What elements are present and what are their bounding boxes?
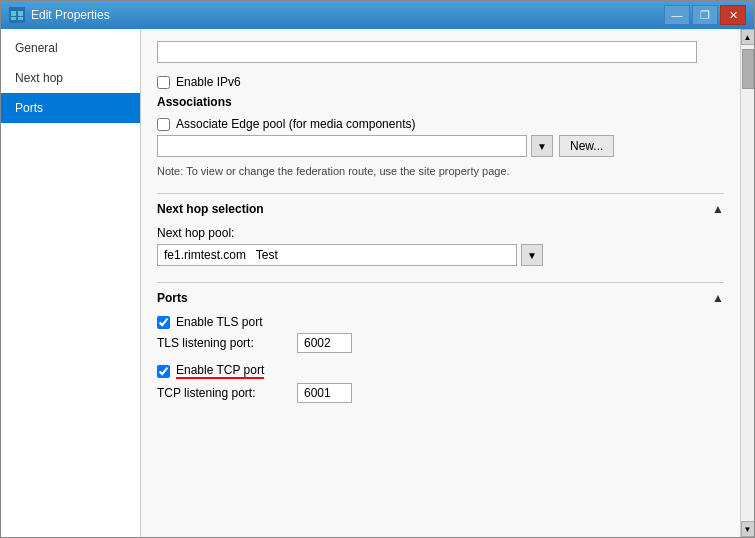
next-hop-collapse-arrow[interactable]: ▲	[712, 202, 724, 216]
associations-dropdown-row: ▼ New...	[157, 135, 724, 157]
dropdown-container: ▼	[157, 135, 553, 157]
sidebar-item-next-hop[interactable]: Next hop	[1, 63, 140, 93]
top-input-field[interactable]	[157, 41, 697, 63]
scrollbar-up-button[interactable]: ▲	[741, 29, 755, 45]
hop-pool-dropdown-arrow[interactable]: ▼	[521, 244, 543, 266]
tcp-enable-checkbox[interactable]	[157, 365, 170, 378]
tcp-enable-text: Enable TCP port	[176, 363, 264, 379]
sidebar-item-general[interactable]: General	[1, 33, 140, 63]
svg-rect-1	[11, 11, 16, 16]
next-hop-pool-input[interactable]	[157, 244, 517, 266]
tls-enable-row: Enable TLS port	[157, 315, 724, 329]
ports-header-label: Ports	[157, 291, 188, 305]
tls-port-label: TLS listening port:	[157, 336, 297, 350]
scrollbar-down-button[interactable]: ▼	[741, 521, 755, 537]
tls-port-row: TLS listening port:	[157, 333, 724, 353]
tcp-port-label: TCP listening port:	[157, 386, 297, 400]
window-body: General Next hop Ports Enable IPv6	[1, 29, 754, 537]
next-hop-header-label: Next hop selection	[157, 202, 264, 216]
association-dropdown[interactable]	[157, 135, 527, 157]
edit-properties-window: Edit Properties — ❐ ✕ General Next hop P…	[0, 0, 755, 538]
tls-enable-label[interactable]: Enable TLS port	[157, 315, 263, 329]
scrollbar-thumb[interactable]	[742, 49, 754, 89]
sidebar-item-ports[interactable]: Ports	[1, 93, 140, 123]
sidebar: General Next hop Ports	[1, 29, 141, 537]
tcp-port-row: TCP listening port:	[157, 383, 724, 403]
tcp-enable-row: Enable TCP port	[157, 363, 724, 379]
new-button[interactable]: New...	[559, 135, 614, 157]
minimize-button[interactable]: —	[664, 5, 690, 25]
svg-rect-2	[18, 11, 23, 16]
enable-ipv6-label[interactable]: Enable IPv6	[157, 75, 241, 89]
next-hop-pool-row: ▼	[157, 244, 724, 266]
top-input-row	[157, 41, 724, 63]
app-icon	[9, 7, 25, 23]
title-bar: Edit Properties — ❐ ✕	[1, 1, 754, 29]
edge-pool-row: Associate Edge pool (for media component…	[157, 117, 724, 131]
ports-collapse-arrow[interactable]: ▲	[712, 291, 724, 305]
enable-ipv6-checkbox[interactable]	[157, 76, 170, 89]
next-hop-section-header: Next hop selection ▲	[157, 193, 724, 216]
window-title: Edit Properties	[31, 8, 110, 22]
svg-rect-3	[11, 17, 16, 20]
restore-button[interactable]: ❐	[692, 5, 718, 25]
next-hop-pool-label: Next hop pool:	[157, 226, 724, 240]
title-bar-buttons: — ❐ ✕	[664, 5, 746, 25]
associations-header: Associations	[157, 95, 724, 109]
edge-pool-checkbox[interactable]	[157, 118, 170, 131]
dropdown-arrow-icon[interactable]: ▼	[531, 135, 553, 157]
tcp-port-input[interactable]	[297, 383, 352, 403]
title-bar-left: Edit Properties	[9, 7, 110, 23]
close-button[interactable]: ✕	[720, 5, 746, 25]
tcp-enable-label[interactable]: Enable TCP port	[157, 363, 264, 379]
tls-enable-checkbox[interactable]	[157, 316, 170, 329]
edge-pool-label[interactable]: Associate Edge pool (for media component…	[157, 117, 415, 131]
svg-rect-4	[18, 17, 23, 20]
ports-section-header: Ports ▲	[157, 282, 724, 305]
main-content: Enable IPv6 Associations Associate Edge …	[141, 29, 740, 537]
tls-port-input[interactable]	[297, 333, 352, 353]
enable-ipv6-row: Enable IPv6	[157, 75, 724, 89]
scrollbar-track: ▲ ▼	[740, 29, 754, 537]
associations-note: Note: To view or change the federation r…	[157, 165, 724, 177]
